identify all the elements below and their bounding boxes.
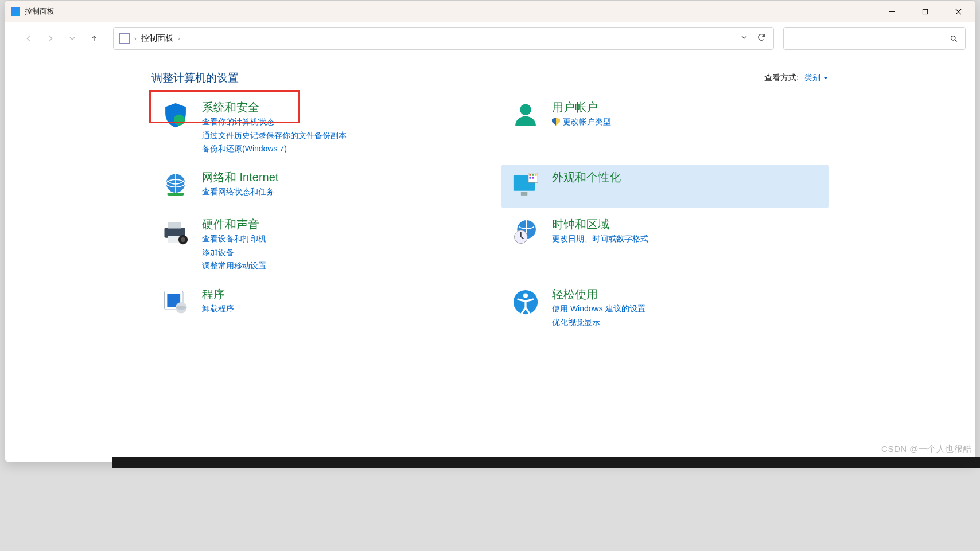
- category-link[interactable]: 通过文件历史记录保存你的文件备份副本: [202, 130, 347, 142]
- window-controls: [875, 1, 975, 22]
- category-user-accounts[interactable]: 用户帐户 更改帐户类型: [501, 95, 829, 138]
- forward-button[interactable]: [41, 29, 60, 48]
- category-title[interactable]: 网络和 Internet: [202, 170, 278, 185]
- svg-rect-10: [167, 193, 184, 196]
- search-icon: [950, 34, 958, 43]
- refresh-button[interactable]: [755, 33, 768, 44]
- up-button[interactable]: [84, 29, 104, 48]
- minimize-button[interactable]: [875, 1, 908, 22]
- page-title: 调整计算机的设置: [151, 71, 239, 85]
- titlebar: 控制面板: [5, 1, 975, 22]
- category-appearance[interactable]: 外观和个性化: [501, 165, 829, 208]
- svg-point-23: [181, 237, 185, 242]
- navigation-bar: › 控制面板 ›: [5, 22, 975, 54]
- content-area: 调整计算机的设置 查看方式: 类别 系统和安全 查看你的计算: [5, 54, 975, 462]
- control-panel-icon: [11, 7, 20, 16]
- category-title[interactable]: 时钟和区域: [552, 217, 648, 232]
- category-link[interactable]: 查看网络状态和任务: [202, 186, 278, 198]
- svg-point-6: [174, 114, 185, 126]
- printer-icon: [160, 217, 192, 249]
- maximize-button[interactable]: [908, 1, 942, 22]
- window-title: 控制面板: [25, 6, 55, 17]
- category-title[interactable]: 外观和个性化: [552, 170, 621, 185]
- category-ease-of-access[interactable]: 轻松使用 使用 Windows 建议的设置 优化视觉显示: [501, 282, 829, 334]
- category-link[interactable]: 更改日期、时间或数字格式: [552, 233, 648, 245]
- svg-point-7: [520, 104, 531, 116]
- monitor-icon: [510, 170, 542, 202]
- svg-rect-20: [168, 222, 181, 228]
- category-link[interactable]: 备份和还原(Windows 7): [202, 143, 347, 155]
- category-link[interactable]: 更改帐户类型: [552, 116, 611, 128]
- category-programs[interactable]: 程序 卸载程序: [151, 282, 479, 325]
- category-link[interactable]: 使用 Windows 建议的设置: [552, 303, 645, 315]
- category-clock-region[interactable]: 时钟和区域 更改日期、时间或数字格式: [501, 212, 829, 255]
- category-network-internet[interactable]: 网络和 Internet 查看网络状态和任务: [151, 165, 479, 208]
- accessibility-icon: [510, 287, 542, 319]
- category-link[interactable]: 卸载程序: [202, 303, 234, 315]
- category-link[interactable]: 添加设备: [202, 247, 266, 259]
- category-link[interactable]: 查看你的计算机状态: [202, 116, 347, 128]
- breadcrumb-sep-icon: ›: [178, 35, 180, 42]
- background-terminal-strip: [112, 457, 980, 468]
- recent-dropdown[interactable]: [63, 29, 82, 48]
- back-button[interactable]: [19, 29, 38, 48]
- svg-point-29: [176, 306, 187, 310]
- category-title[interactable]: 轻松使用: [552, 287, 645, 302]
- programs-icon: [160, 287, 192, 319]
- category-title[interactable]: 用户帐户: [552, 100, 611, 115]
- category-system-security[interactable]: 系统和安全 查看你的计算机状态 通过文件历史记录保存你的文件备份副本 备份和还原…: [151, 95, 479, 161]
- svg-point-4: [951, 36, 956, 40]
- globe-icon: [160, 170, 192, 202]
- breadcrumb-root[interactable]: 控制面板: [141, 33, 173, 44]
- category-hardware-sound[interactable]: 硬件和声音 查看设备和打印机 添加设备 调整常用移动设置: [151, 212, 479, 278]
- svg-rect-1: [923, 9, 927, 14]
- search-input[interactable]: [783, 27, 966, 50]
- category-link[interactable]: 优化视觉显示: [552, 316, 645, 329]
- address-history-dropdown[interactable]: [738, 33, 750, 44]
- category-title[interactable]: 系统和安全: [202, 100, 347, 115]
- address-bar[interactable]: › 控制面板 ›: [113, 27, 774, 50]
- svg-rect-14: [532, 174, 534, 176]
- viewby-label: 查看方式:: [764, 73, 799, 83]
- category-title[interactable]: 硬件和声音: [202, 217, 266, 232]
- user-icon: [510, 100, 542, 132]
- svg-rect-13: [530, 174, 531, 176]
- breadcrumb-sep-icon: ›: [134, 35, 137, 42]
- control-panel-addr-icon: [119, 33, 130, 44]
- svg-line-5: [955, 40, 956, 41]
- category-link[interactable]: 调整常用移动设置: [202, 260, 266, 272]
- control-panel-window: 控制面板: [5, 0, 975, 462]
- shield-icon: [160, 100, 192, 132]
- category-title[interactable]: 程序: [202, 287, 234, 302]
- svg-rect-17: [532, 177, 534, 178]
- svg-rect-18: [521, 192, 527, 196]
- svg-rect-15: [535, 174, 536, 176]
- viewby-dropdown[interactable]: 类别: [804, 73, 829, 83]
- category-link[interactable]: 查看设备和打印机: [202, 233, 266, 245]
- clock-globe-icon: [510, 217, 542, 249]
- close-button[interactable]: [942, 1, 975, 22]
- chevron-down-icon: [823, 75, 829, 81]
- svg-point-31: [523, 294, 528, 298]
- svg-rect-16: [530, 177, 531, 178]
